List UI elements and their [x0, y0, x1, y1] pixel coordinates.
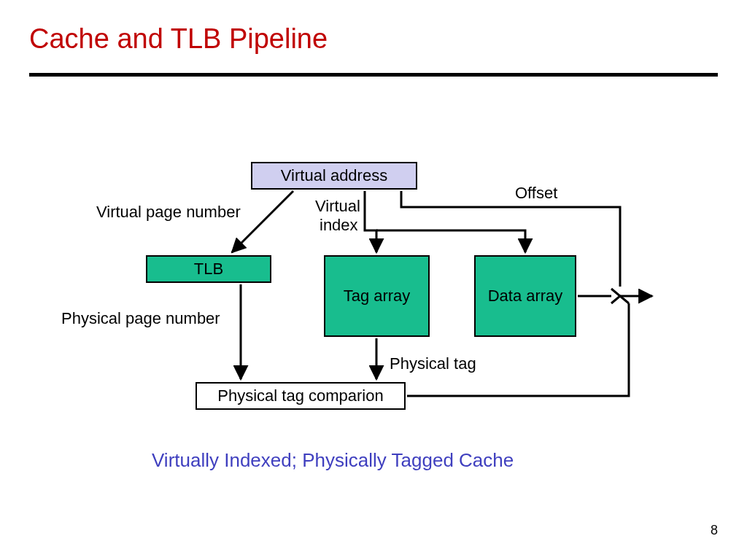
mux-bottom-in: [620, 296, 629, 303]
label-offset: Offset: [515, 184, 557, 203]
box-virtual-address: Virtual address: [251, 162, 417, 190]
page-number: 8: [711, 523, 718, 538]
footer-caption: Virtually Indexed; Physically Tagged Cac…: [152, 449, 514, 472]
label-virtual-index-2: index: [320, 216, 358, 235]
box-tag-array: Tag array: [324, 255, 430, 337]
box-data-array: Data array: [474, 255, 576, 337]
box-physical-tag-comparison: Physical tag comparion: [196, 382, 406, 410]
arrow-vaddr-to-tag-array: [365, 191, 376, 252]
label-virtual-page-number: Virtual page number: [96, 203, 241, 222]
arrow-vindex-to-data-array: [376, 230, 525, 252]
arrow-vaddr-to-tlb: [232, 191, 293, 252]
slide-title: Cache and TLB Pipeline: [29, 23, 328, 55]
label-virtual-index-1: Virtual: [315, 197, 360, 216]
box-tlb: TLB: [146, 255, 271, 283]
mux-top-in: [611, 289, 620, 303]
label-physical-page-number: Physical page number: [61, 309, 220, 328]
title-underline: [29, 73, 718, 77]
label-physical-tag: Physical tag: [390, 354, 476, 373]
